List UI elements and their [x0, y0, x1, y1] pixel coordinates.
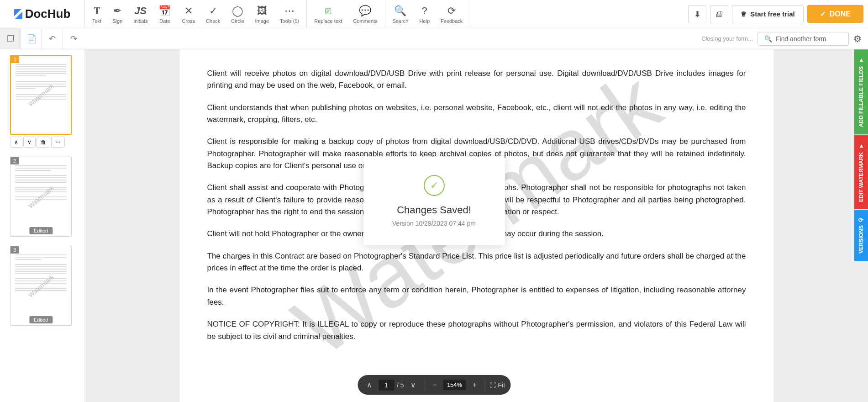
thumbnails-panel: 1 Watermark ∧ ∨ 🗑 ⋯ 2	[0, 49, 85, 402]
image-tool[interactable]: 🖼 Image	[249, 0, 274, 28]
modal-title: Changes Saved!	[386, 204, 482, 216]
thumb-number: 3	[11, 246, 19, 254]
versions-tab[interactable]: VERSIONS ⟳	[854, 210, 868, 261]
find-label: Find another form	[776, 35, 826, 42]
image-label: Image	[255, 18, 269, 24]
date-tool[interactable]: 📅 Date	[153, 0, 176, 28]
tool-group-replace: ⎚ Replace text 💬 Comments	[307, 0, 385, 28]
replace-text-tool[interactable]: ⎚ Replace text	[309, 0, 347, 28]
versions-label: VERSIONS	[858, 225, 864, 254]
crown-icon: ♕	[741, 10, 747, 18]
undo-button[interactable]: ↶	[42, 28, 63, 49]
thumbnail-page-3[interactable]: 3 Watermark Edited	[10, 246, 72, 326]
fit-button[interactable]: ⛶ Fit	[489, 381, 505, 389]
page-total: / 5	[397, 381, 404, 389]
replace-icon: ⎚	[325, 5, 331, 17]
redo-button[interactable]: ↷	[63, 28, 84, 49]
paragraph: Client will receive photos on digital do…	[207, 68, 746, 92]
zoom-in-button[interactable]: +	[468, 379, 480, 391]
settings-button[interactable]: ⚙	[853, 33, 862, 44]
done-check-icon: ✓	[820, 10, 826, 18]
date-label: Date	[159, 18, 170, 24]
circle-label: Circle	[231, 18, 244, 24]
download-button[interactable]: ⬇	[688, 5, 706, 23]
comments-tool[interactable]: 💬 Comments	[347, 0, 383, 28]
prev-page-button[interactable]: ∧	[363, 379, 376, 391]
expand-icon: ▸	[858, 143, 865, 149]
history-icon: ⟳	[859, 217, 864, 223]
brand-name: DocHub	[25, 7, 71, 21]
cross-icon: ✕	[184, 5, 193, 17]
separator	[484, 380, 485, 391]
tool-group-help: 🔍 Search ? Help ⟳ Feedback	[385, 0, 471, 28]
image-icon: 🖼	[257, 5, 267, 17]
logo: DocHub	[14, 7, 71, 21]
replace-label: Replace text	[314, 18, 342, 24]
feedback-label: Feedback	[441, 18, 463, 24]
zoom-out-button[interactable]: −	[429, 379, 441, 391]
move-up-button[interactable]: ∧	[10, 137, 22, 148]
thumbnail-page-2[interactable]: 2 Watermark Edited	[10, 157, 72, 237]
changes-saved-modal: ✓ Changes Saved! Version 10/29/2023 07:4…	[363, 157, 505, 245]
zoom-level[interactable]: 154%	[443, 380, 466, 390]
side-rail: ADD FILLABLE FIELDS ▸ EDIT WATERMARK ▸ V…	[854, 49, 868, 261]
help-label: Help	[419, 18, 430, 24]
manage-pages-button[interactable]: 📄	[21, 28, 42, 49]
initials-tool[interactable]: JS Initials	[128, 0, 153, 28]
sub-bar: ❐ 📄 ↶ ↷ Closing your form... 🔍 Find anot…	[0, 28, 868, 49]
search-icon: 🔍	[764, 35, 772, 42]
help-tool[interactable]: ? Help	[414, 0, 435, 28]
redo-icon: ↷	[70, 34, 77, 44]
top-toolbar: DocHub 𝐓 Text ✒ Sign JS Initials 📅 Date …	[0, 0, 868, 28]
page-input[interactable]	[379, 380, 394, 391]
search-label: Search	[393, 18, 409, 24]
tools-label: Tools (9)	[280, 18, 299, 24]
tools-menu[interactable]: ⋯ Tools (9)	[274, 0, 305, 28]
fillable-label: ADD FILLABLE FIELDS	[858, 66, 864, 127]
text-icon: 𝐓	[94, 5, 100, 17]
pager-toolbar: ∧ / 5 ∨ − 154% + ⛶ Fit	[358, 375, 510, 395]
print-button[interactable]: 🖨	[710, 5, 728, 23]
edit-watermark-tab[interactable]: EDIT WATERMARK ▸	[854, 135, 868, 209]
check-icon: ✓	[209, 5, 217, 17]
cross-label: Cross	[182, 18, 195, 24]
paragraph: In the event Photographer files suit to …	[207, 284, 746, 308]
page-more-button[interactable]: ⋯	[51, 137, 65, 148]
logo-section[interactable]: DocHub	[0, 0, 85, 28]
paragraph: The charges in this Contract are based o…	[207, 250, 746, 275]
help-icon: ?	[422, 5, 427, 17]
edited-badge: Edited	[29, 227, 53, 234]
delete-page-button[interactable]: 🗑	[37, 137, 50, 148]
sign-tool[interactable]: ✒ Sign	[107, 0, 128, 28]
circle-icon: ◯	[232, 5, 243, 17]
search-icon: 🔍	[394, 5, 406, 17]
ellipsis-icon: ⋯	[284, 5, 295, 17]
circle-tool[interactable]: ◯ Circle	[226, 0, 249, 28]
comments-label: Comments	[353, 18, 377, 24]
trial-label: Start free trial	[750, 10, 795, 18]
comment-icon: 💬	[359, 5, 371, 17]
right-actions: ⬇ 🖨 ♕ Start free trial ✓ DONE	[688, 0, 868, 28]
thumbnail-page-1[interactable]: 1 Watermark	[10, 55, 72, 135]
move-down-button[interactable]: ∨	[23, 137, 36, 148]
modal-subtitle: Version 10/29/2023 07:44 pm	[386, 220, 482, 227]
next-page-button[interactable]: ∨	[407, 379, 420, 391]
cross-tool[interactable]: ✕ Cross	[176, 0, 200, 28]
text-tool[interactable]: 𝐓 Text	[87, 0, 107, 28]
closing-status: Closing your form...	[701, 35, 753, 42]
done-button[interactable]: ✓ DONE	[807, 5, 863, 23]
fit-label: Fit	[498, 381, 505, 389]
feedback-tool[interactable]: ⟳ Feedback	[435, 0, 468, 28]
find-form-button[interactable]: 🔍 Find another form	[758, 32, 849, 46]
start-trial-button[interactable]: ♕ Start free trial	[732, 5, 804, 23]
calendar-icon: 📅	[158, 5, 171, 17]
add-fillable-fields-tab[interactable]: ADD FILLABLE FIELDS ▸	[854, 49, 868, 134]
sub-right: Closing your form... 🔍 Find another form…	[701, 32, 868, 46]
thumb-number: 2	[11, 157, 19, 164]
check-tool[interactable]: ✓ Check	[200, 0, 226, 28]
initials-icon: JS	[134, 5, 147, 17]
search-tool[interactable]: 🔍 Search	[387, 0, 414, 28]
initials-label: Initials	[133, 18, 147, 24]
sign-icon: ✒	[113, 5, 121, 17]
pages-panel-toggle[interactable]: ❐	[0, 28, 21, 49]
